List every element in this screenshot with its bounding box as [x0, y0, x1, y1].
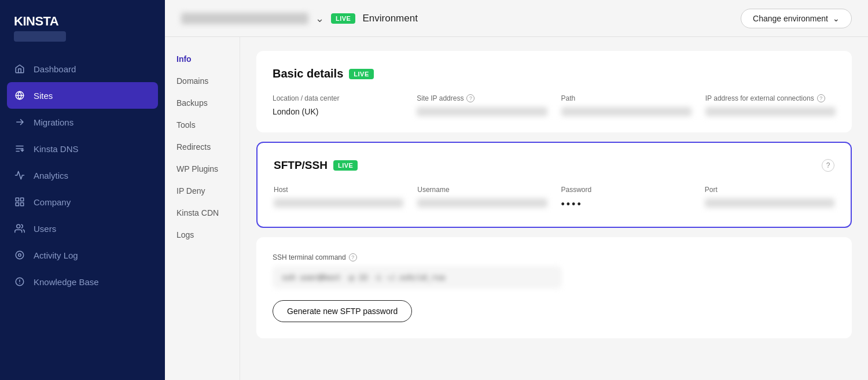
field-path: Path	[561, 94, 692, 116]
subnav-item-tools[interactable]: Tools	[165, 115, 240, 135]
username-value-blurred	[417, 198, 547, 208]
sidebar-item-label: Activity Log	[34, 250, 78, 260]
sidebar-item-label: Analytics	[34, 171, 68, 180]
svg-rect-1	[16, 198, 19, 201]
path-label: Path	[561, 94, 692, 102]
users-icon	[14, 223, 25, 234]
sftp-fields: Host Username Password •••• Port	[274, 186, 834, 211]
analytics-icon	[14, 169, 25, 181]
ip-external-value-blurred	[705, 107, 836, 116]
subnav-item-wp-plugins[interactable]: WP Plugins	[165, 158, 240, 179]
svg-point-6	[16, 251, 24, 259]
field-password: Password ••••	[561, 186, 691, 211]
content-wrapper: Info Domains Backups Tools Redirects WP …	[165, 37, 868, 380]
topbar: ⌄ LIVE Environment Change environment ⌄	[165, 0, 868, 37]
username-label: Username	[417, 186, 547, 194]
host-label: Host	[274, 186, 403, 194]
company-icon	[14, 196, 25, 208]
basic-details-fields: Location / data center London (UK) Site …	[273, 94, 836, 116]
migrations-icon	[14, 116, 25, 128]
field-location: Location / data center London (UK)	[273, 94, 403, 116]
logo-subtitle	[14, 31, 66, 42]
logo-area: KINSTA	[0, 0, 165, 49]
field-site-ip: Site IP address ?	[417, 94, 547, 116]
ip-external-info-icon[interactable]: ?	[817, 94, 825, 102]
sidebar-item-label: Kinsta DNS	[34, 144, 79, 154]
subnav-item-logs[interactable]: Logs	[165, 224, 240, 245]
subnav-item-ip-deny[interactable]: IP Deny	[165, 180, 240, 201]
sidebar-item-knowledge-base[interactable]: Knowledge Base	[0, 268, 165, 295]
ssh-command-value-blurred: ssh user@host -p 22 -i ~/.ssh/id_rsa	[273, 266, 562, 289]
change-environment-label: Change environment	[753, 14, 828, 23]
sidebar-item-label: Dashboard	[34, 64, 76, 74]
subnav-item-domains[interactable]: Domains	[165, 71, 240, 91]
subnav-item-redirects[interactable]: Redirects	[165, 136, 240, 157]
svg-point-5	[17, 224, 20, 228]
subnav: Info Domains Backups Tools Redirects WP …	[165, 37, 240, 380]
sftp-title-row: SFTP/SSH LIVE	[274, 159, 358, 172]
sftp-live-badge: LIVE	[333, 160, 358, 171]
host-value-blurred	[274, 198, 403, 208]
logo: KINSTA	[14, 14, 151, 29]
knowledge-icon	[14, 276, 25, 287]
sidebar-item-kinsta-dns[interactable]: Kinsta DNS	[0, 135, 165, 162]
svg-point-7	[19, 254, 21, 257]
sidebar-nav: Dashboard Sites Migrations Kinsta DNS An	[0, 49, 165, 380]
environment-label: Environment	[362, 13, 417, 24]
main-area: ⌄ LIVE Environment Change environment ⌄ …	[165, 0, 868, 380]
ssh-section: SSH terminal command ? ssh user@host -p …	[256, 237, 852, 338]
port-value-blurred	[705, 198, 834, 208]
field-username: Username	[417, 186, 547, 211]
subnav-item-backups[interactable]: Backups	[165, 93, 240, 113]
location-label: Location / data center	[273, 94, 403, 102]
sftp-help-icon[interactable]: ?	[822, 159, 834, 172]
site-ip-label: Site IP address ?	[417, 94, 547, 102]
sidebar-item-label: Knowledge Base	[34, 277, 99, 287]
sidebar-item-analytics[interactable]: Analytics	[0, 162, 165, 189]
port-label: Port	[705, 186, 834, 194]
basic-details-card: Basic details LIVE Location / data cente…	[256, 51, 852, 132]
home-icon	[14, 63, 25, 75]
activity-icon	[14, 249, 25, 261]
dns-icon	[14, 143, 25, 154]
basic-details-heading: Basic details	[273, 67, 343, 80]
field-host: Host	[274, 186, 403, 211]
sftp-heading: SFTP/SSH	[274, 159, 328, 172]
location-value: London (UK)	[273, 107, 403, 116]
subnav-item-kinsta-cdn[interactable]: Kinsta CDN	[165, 202, 240, 223]
chevron-down-icon: ⌄	[833, 14, 840, 23]
sidebar-item-label: Users	[34, 224, 56, 234]
basic-details-live-badge: LIVE	[349, 69, 373, 79]
svg-rect-3	[16, 203, 19, 206]
site-ip-info-icon[interactable]: ?	[466, 94, 475, 102]
svg-rect-4	[21, 203, 24, 206]
path-value-blurred	[561, 107, 692, 116]
sidebar-item-activity-log[interactable]: Activity Log	[0, 242, 165, 268]
field-port: Port	[705, 186, 834, 211]
generate-sftp-password-button[interactable]: Generate new SFTP password	[273, 300, 412, 322]
ssh-info-icon[interactable]: ?	[349, 253, 357, 261]
page-content: Basic details LIVE Location / data cente…	[240, 37, 868, 380]
sftp-header: SFTP/SSH LIVE ?	[274, 159, 834, 172]
subnav-item-info[interactable]: Info	[165, 49, 240, 69]
sidebar-item-company[interactable]: Company	[0, 189, 165, 215]
chevron-down-icon[interactable]: ⌄	[315, 12, 324, 25]
sidebar-item-label: Company	[34, 197, 71, 207]
site-name-blurred	[181, 13, 308, 24]
sidebar-item-label: Migrations	[34, 117, 73, 127]
sidebar-item-users[interactable]: Users	[0, 215, 165, 242]
field-ip-external: IP address for external connections ?	[705, 94, 836, 116]
sftp-card: SFTP/SSH LIVE ? Host Username P	[256, 142, 852, 228]
ssh-label: SSH terminal command ?	[273, 253, 836, 261]
password-label: Password	[561, 186, 691, 194]
sidebar-item-dashboard[interactable]: Dashboard	[0, 56, 165, 82]
basic-details-title-row: Basic details LIVE	[273, 67, 836, 80]
live-badge: LIVE	[331, 13, 355, 24]
site-ip-value-blurred	[417, 107, 547, 116]
password-value: ••••	[561, 198, 691, 211]
sidebar-item-sites[interactable]: Sites	[7, 82, 158, 109]
change-environment-button[interactable]: Change environment ⌄	[741, 9, 852, 28]
sidebar-item-migrations[interactable]: Migrations	[0, 109, 165, 135]
ip-external-label: IP address for external connections ?	[705, 94, 836, 102]
sidebar-item-label: Sites	[34, 91, 53, 101]
